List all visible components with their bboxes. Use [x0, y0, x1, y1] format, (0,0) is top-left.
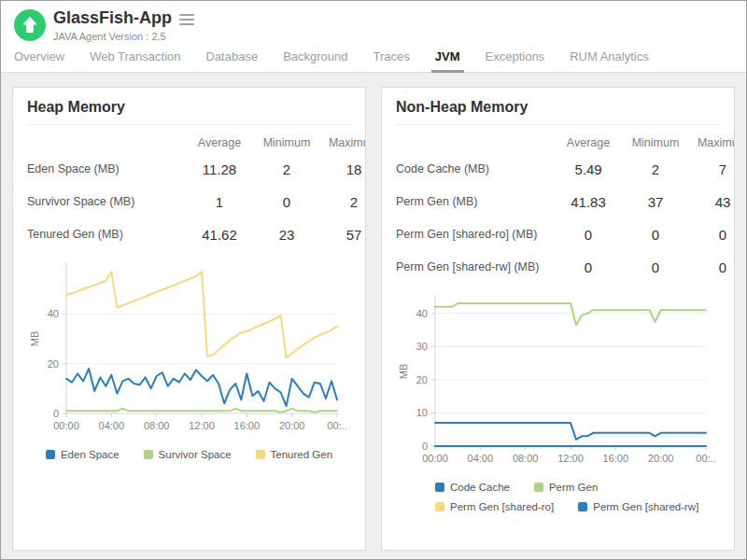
column-header-average: Average — [555, 129, 622, 153]
cell-value: 41.62 — [186, 218, 253, 251]
row-label: Eden Space (MB) — [27, 161, 186, 177]
app-title: GlassFish-App — [53, 9, 172, 28]
tab-exceptions[interactable]: Exceptions — [486, 45, 545, 72]
tab-traces[interactable]: Traces — [374, 45, 410, 72]
app-window: GlassFish-App JAVA Agent Version : 2.5 O… — [0, 0, 747, 560]
column-header-maximum: Maximum — [320, 129, 366, 153]
row-label: Perm Gen (MB) — [396, 193, 555, 210]
cell-value: 0 — [622, 218, 689, 251]
tab-rum-analytics[interactable]: RUM Analytics — [570, 45, 649, 72]
row-label: Perm Gen [shared-ro] (MB) — [396, 226, 555, 243]
svg-text:12:00: 12:00 — [189, 420, 215, 431]
table-row-perm-gen-shared-ro-mb: Perm Gen [shared-ro] (MB)000 — [396, 218, 735, 251]
cell-value: 2 — [253, 153, 320, 186]
panel-title: Heap Memory — [27, 99, 351, 116]
cell-value: 0 — [253, 186, 320, 218]
cell-value: 0 — [622, 251, 689, 284]
non-heap-memory-table: AverageMinimumMaximumCode Cache (MB)5.49… — [396, 129, 735, 284]
cell-value: 41.83 — [555, 186, 622, 218]
table-row-tenured-gen-mb: Tenured Gen (MB)41.622357 — [27, 218, 366, 251]
hamburger-menu-icon[interactable] — [179, 14, 194, 25]
row-label: Perm Gen [shared-rw] (MB) — [396, 259, 555, 275]
legend-swatch — [435, 483, 444, 492]
legend-item-eden-space[interactable]: Eden Space — [46, 449, 120, 460]
svg-text:00:00: 00:00 — [422, 453, 448, 464]
legend-item-code-cache[interactable]: Code Cache — [435, 482, 510, 493]
cell-value: 0 — [689, 251, 735, 284]
legend-item-perm-gen-shared-rw[interactable]: Perm Gen [shared-rw] — [578, 501, 698, 512]
svg-text:00:..: 00:.. — [696, 453, 715, 464]
svg-text:00:..: 00:.. — [327, 420, 346, 431]
non-heap-memory-legend: Code CachePerm GenPerm Gen [shared-ro]Pe… — [396, 482, 720, 512]
legend-item-perm-gen-shared-ro[interactable]: Perm Gen [shared-ro] — [435, 501, 554, 512]
column-header-maximum: Maximum — [689, 129, 735, 153]
non-heap-memory-panel: Non-Heap Memory AverageMinimumMaximumCod… — [381, 87, 735, 551]
svg-text:20: 20 — [48, 357, 59, 369]
divider — [396, 124, 720, 125]
row-label: Code Cache (MB) — [396, 161, 555, 177]
legend-label: Tenured Gen — [271, 449, 333, 460]
main-content: Heap Memory AverageMinimumMaximumEden Sp… — [1, 73, 746, 560]
agent-version-label: JAVA Agent Version : 2.5 — [53, 31, 194, 42]
legend-item-survivor-space[interactable]: Survivor Space — [144, 449, 232, 460]
divider — [27, 124, 351, 125]
legend-swatch — [256, 450, 265, 459]
column-header-average: Average — [186, 129, 253, 153]
cell-value: 23 — [253, 218, 320, 251]
table-header-row: AverageMinimumMaximum — [396, 129, 735, 153]
tab-overview[interactable]: Overview — [14, 45, 64, 72]
cell-value: 0 — [689, 218, 735, 251]
heap-memory-panel: Heap Memory AverageMinimumMaximumEden Sp… — [12, 87, 366, 551]
svg-text:10: 10 — [416, 407, 428, 418]
tab-web-transaction[interactable]: Web Transaction — [90, 45, 180, 72]
table-row-code-cache-mb: Code Cache (MB)5.4927 — [396, 153, 735, 186]
heap-memory-legend: Eden SpaceSurvivor SpaceTenured Gen — [27, 449, 351, 460]
cell-value: 5.49 — [555, 153, 622, 186]
tab-database[interactable]: Database — [206, 45, 259, 72]
svg-text:MB: MB — [398, 364, 409, 380]
cell-value: 1 — [186, 186, 253, 218]
legend-item-tenured-gen[interactable]: Tenured Gen — [256, 449, 333, 460]
cell-value: 7 — [689, 153, 735, 186]
app-header: GlassFish-App JAVA Agent Version : 2.5 — [1, 1, 746, 42]
legend-row: Eden SpaceSurvivor SpaceTenured Gen — [27, 449, 351, 460]
legend-row: Perm Gen [shared-ro]Perm Gen [shared-rw] — [435, 501, 720, 512]
tab-background[interactable]: Background — [283, 45, 347, 72]
table-row-survivor-space-mb: Survivor Space (MB)102 — [27, 186, 366, 218]
svg-text:04:00: 04:00 — [99, 420, 125, 431]
legend-label: Perm Gen [shared-rw] — [593, 501, 698, 512]
svg-text:08:00: 08:00 — [513, 453, 539, 464]
cell-value: 57 — [320, 218, 366, 251]
row-label: Tenured Gen (MB) — [27, 226, 186, 243]
svg-text:00:00: 00:00 — [53, 420, 79, 431]
legend-label: Eden Space — [61, 449, 120, 460]
svg-text:04:00: 04:00 — [468, 453, 494, 464]
tab-bar: OverviewWeb TransactionDatabaseBackgroun… — [1, 45, 746, 73]
legend-swatch — [435, 502, 444, 511]
table-header-row: AverageMinimumMaximum — [27, 129, 366, 153]
cell-value: 2 — [622, 153, 689, 186]
legend-label: Survivor Space — [159, 449, 232, 460]
cell-value: 37 — [622, 186, 689, 218]
header-text: GlassFish-App JAVA Agent Version : 2.5 — [53, 9, 194, 42]
cell-value: 11.28 — [186, 153, 253, 186]
svg-text:40: 40 — [416, 308, 428, 319]
legend-item-perm-gen[interactable]: Perm Gen — [534, 482, 598, 493]
legend-label: Perm Gen — [549, 482, 598, 493]
cell-value: 0 — [555, 218, 622, 251]
svg-text:16:00: 16:00 — [234, 420, 261, 431]
legend-label: Perm Gen [shared-ro] — [450, 501, 554, 512]
svg-text:0: 0 — [53, 408, 59, 419]
non-heap-memory-chart: 01020304000:0004:0008:0012:0016:0020:000… — [396, 289, 715, 474]
svg-text:16:00: 16:00 — [603, 453, 629, 464]
svg-text:20:00: 20:00 — [648, 453, 674, 464]
svg-text:0: 0 — [422, 441, 428, 452]
table-row-eden-space-mb: Eden Space (MB)11.28218 — [27, 153, 366, 186]
heap-memory-chart: 0204000:0004:0008:0012:0016:0020:0000:..… — [27, 257, 346, 441]
cell-value: 43 — [689, 186, 735, 218]
svg-text:08:00: 08:00 — [144, 420, 170, 431]
tab-jvm[interactable]: JVM — [435, 45, 460, 72]
column-header-minimum: Minimum — [253, 129, 320, 153]
cell-value: 0 — [555, 251, 622, 284]
svg-text:MB: MB — [29, 331, 40, 347]
